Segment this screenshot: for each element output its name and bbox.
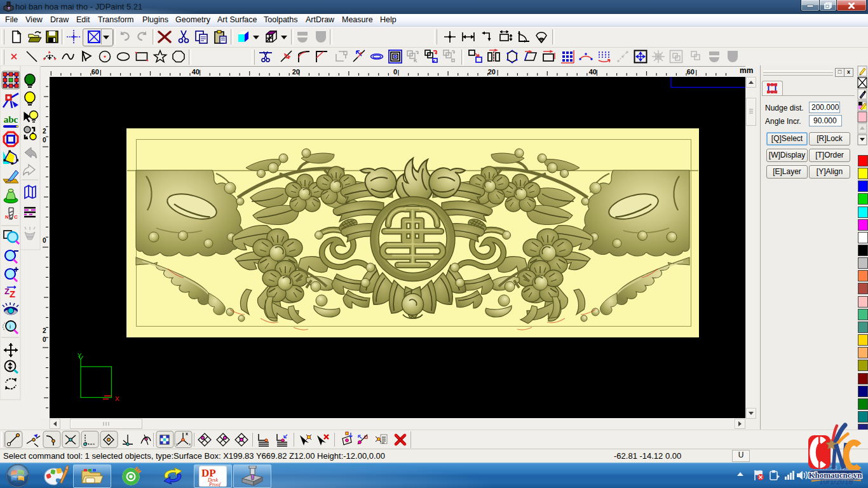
svg-text:20: 20 [292, 68, 300, 76]
svg-text:0: 0 [43, 237, 46, 244]
svg-text:N: N [5, 214, 9, 220]
svg-text:0: 0 [43, 336, 46, 343]
svg-text:20: 20 [488, 68, 496, 76]
svg-text:Khomaucnc.vn: Khomaucnc.vn [808, 470, 862, 480]
svg-text:40: 40 [192, 68, 200, 76]
svg-text:60: 60 [92, 68, 99, 76]
svg-text:Y: Y [78, 352, 82, 360]
svg-text:x: x [186, 431, 188, 436]
svg-text:y: y [176, 442, 178, 446]
svg-text:60: 60 [687, 68, 695, 76]
svg-text:abc: abc [4, 114, 18, 125]
svg-text:40: 40 [589, 68, 597, 76]
svg-text:2: 2 [43, 327, 46, 334]
svg-text:2: 2 [43, 128, 46, 135]
svg-text:x: x [189, 442, 191, 446]
svg-text:Z: Z [10, 288, 15, 299]
svg-text:C: C [14, 214, 18, 220]
svg-text:0: 0 [43, 137, 46, 144]
svg-text:0: 0 [393, 68, 397, 76]
svg-text:i: i [10, 323, 11, 330]
svg-text:Proof: Proof [208, 482, 222, 487]
svg-text:Z: Z [4, 287, 10, 296]
svg-text:X: X [115, 395, 119, 403]
